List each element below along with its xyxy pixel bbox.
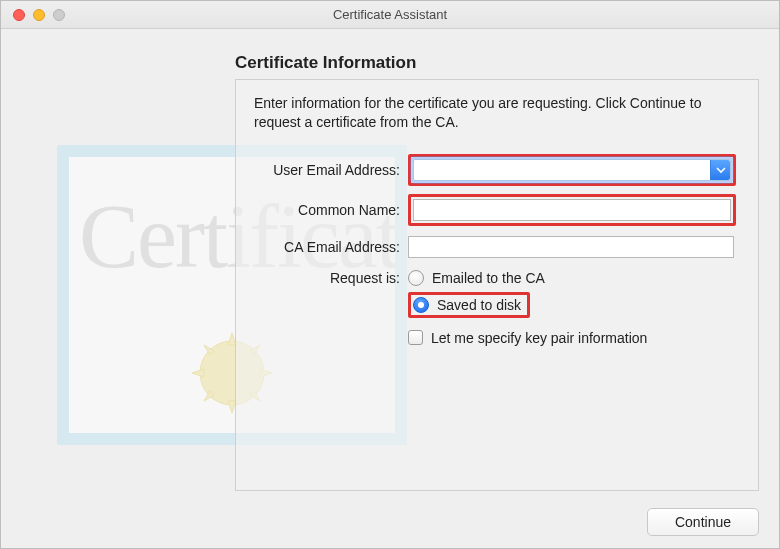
label-common-name: Common Name: — [254, 202, 408, 218]
form-panel: Enter information for the certificate yo… — [235, 79, 759, 491]
row-common-name: Common Name: — [254, 194, 740, 226]
checkbox-keypair-label: Let me specify key pair information — [431, 330, 647, 346]
zoom-icon — [53, 9, 65, 21]
label-user-email: User Email Address: — [254, 162, 408, 178]
checkbox-specify-keypair[interactable]: Let me specify key pair information — [408, 330, 740, 346]
window-title: Certificate Assistant — [1, 7, 779, 22]
highlight-common-name — [408, 194, 736, 226]
radio-saved-to-disk[interactable]: Saved to disk — [413, 297, 521, 313]
window-controls — [13, 9, 65, 21]
user-email-input[interactable] — [414, 160, 710, 180]
label-request-is: Request is: — [254, 268, 408, 286]
common-name-input[interactable] — [413, 199, 731, 221]
continue-button[interactable]: Continue — [647, 508, 759, 536]
certificate-assistant-window: Certificate Assistant Certificate — [0, 0, 780, 549]
radio-emailed-to-ca[interactable]: Emailed to the CA — [408, 270, 740, 286]
radio-saved-label: Saved to disk — [437, 297, 521, 313]
radio-icon — [408, 270, 424, 286]
content-area: Certificate — [1, 29, 779, 549]
minimize-icon[interactable] — [33, 9, 45, 21]
radio-icon — [413, 297, 429, 313]
highlight-saved-to-disk: Saved to disk — [408, 292, 530, 318]
user-email-combobox[interactable] — [413, 159, 731, 181]
label-ca-email: CA Email Address: — [254, 239, 408, 255]
ca-email-input[interactable] — [408, 236, 734, 258]
row-user-email: User Email Address: — [254, 154, 740, 186]
row-request-is: Request is: Emailed to the CA Saved to d… — [254, 268, 740, 346]
radio-emailed-label: Emailed to the CA — [432, 270, 545, 286]
titlebar: Certificate Assistant — [1, 1, 779, 29]
highlight-user-email — [408, 154, 736, 186]
close-icon[interactable] — [13, 9, 25, 21]
chevron-down-icon[interactable] — [710, 160, 730, 180]
page-heading: Certificate Information — [235, 53, 416, 73]
row-ca-email: CA Email Address: — [254, 234, 740, 260]
checkbox-icon — [408, 330, 423, 345]
instructions-text: Enter information for the certificate yo… — [254, 94, 740, 132]
